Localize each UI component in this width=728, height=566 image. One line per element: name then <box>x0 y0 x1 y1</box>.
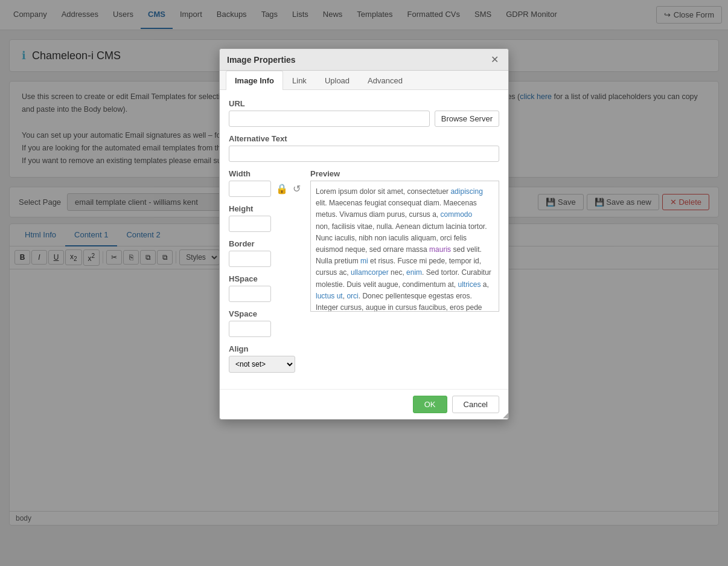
modal-footer: OK Cancel <box>220 389 508 419</box>
border-group: Border <box>229 239 301 267</box>
modal-title: Image Properties <box>227 55 296 65</box>
url-label: URL <box>229 99 499 108</box>
hspace-group: HSpace <box>229 274 301 302</box>
align-group: Align <not set> left right center top mi… <box>229 344 301 373</box>
preview-text: Lorem ipsum dolor sit amet, consectetuer… <box>316 187 491 311</box>
alt-text-input[interactable] <box>229 146 499 162</box>
modal-tab-link[interactable]: Link <box>283 71 316 90</box>
refresh-icon[interactable]: ↺ <box>293 183 301 195</box>
image-properties-modal: Image Properties ✕ Image Info Link Uploa… <box>219 48 509 420</box>
cancel-button[interactable]: Cancel <box>452 396 499 413</box>
preview-container: Lorem ipsum dolor sit amet, consectetuer… <box>310 181 499 312</box>
width-input[interactable] <box>229 181 271 197</box>
two-col-layout: Width 🔒 ↺ Height Border <box>229 169 499 380</box>
browse-server-button[interactable]: Browse Server <box>435 111 499 127</box>
modal-tab-image-info[interactable]: Image Info <box>226 71 283 90</box>
height-input[interactable] <box>229 216 271 232</box>
ok-button[interactable]: OK <box>413 396 447 413</box>
height-group: Height <box>229 204 301 232</box>
modal-close-button[interactable]: ✕ <box>488 54 501 65</box>
modal-overlay: Image Properties ✕ Image Info Link Uploa… <box>0 0 728 535</box>
width-label: Width <box>229 169 301 178</box>
preview-label: Preview <box>310 169 499 178</box>
hspace-input[interactable] <box>229 286 271 302</box>
alt-text-group: Alternative Text <box>229 134 499 162</box>
modal-tab-upload[interactable]: Upload <box>316 71 359 90</box>
vspace-group: VSpace <box>229 309 301 337</box>
resize-handle[interactable]: ◢ <box>500 411 508 419</box>
vspace-label: VSpace <box>229 309 301 318</box>
alt-text-label: Alternative Text <box>229 134 499 143</box>
modal-body: URL Browse Server Alternative Text Width <box>220 90 508 389</box>
align-label: Align <box>229 344 301 353</box>
border-label: Border <box>229 239 301 248</box>
border-input[interactable] <box>229 251 271 267</box>
modal-tabs: Image Info Link Upload Advanced <box>220 71 508 90</box>
url-group: URL Browse Server <box>229 99 499 127</box>
width-group: Width 🔒 ↺ <box>229 169 301 197</box>
align-select[interactable]: <not set> left right center top middle b… <box>229 356 295 373</box>
right-col: Preview Lorem ipsum dolor sit amet, cons… <box>310 169 499 380</box>
dimension-row: 🔒 ↺ <box>229 181 301 197</box>
modal-tab-advanced[interactable]: Advanced <box>359 71 412 90</box>
hspace-label: HSpace <box>229 274 301 283</box>
preview-group: Preview Lorem ipsum dolor sit amet, cons… <box>310 169 499 312</box>
url-input[interactable] <box>229 111 430 127</box>
preview-content: Lorem ipsum dolor sit amet, consectetuer… <box>311 181 499 311</box>
height-label: Height <box>229 204 301 213</box>
modal-header: Image Properties ✕ <box>220 49 508 71</box>
vspace-input[interactable] <box>229 321 271 337</box>
left-col: Width 🔒 ↺ Height Border <box>229 169 301 380</box>
lock-icon[interactable]: 🔒 <box>276 183 288 195</box>
url-row: Browse Server <box>229 111 499 127</box>
